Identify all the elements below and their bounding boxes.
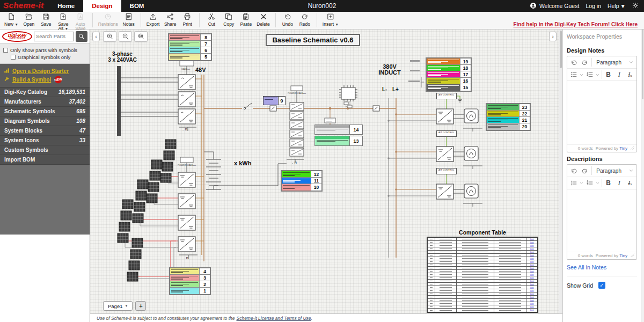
help-menu[interactable]: Help▼ [608,3,626,9]
inverter-lamp-module[interactable] [436,147,478,162]
settings-gear-icon[interactable] [632,2,639,10]
sidebar-item-import-bom[interactable]: Import BOM [0,155,90,165]
canvas-grid[interactable]: Baseline Schematic v0.6 3-phase3 x 240VA… [90,30,559,313]
toolbar-paste-button[interactable]: Paste [237,12,254,30]
toolbar-insert-button[interactable]: Insert ▼ [320,12,341,30]
italic-button[interactable]: I [614,69,625,80]
toolbar-export-button[interactable]: Export [144,12,162,30]
tiny-brand-link[interactable]: Tiny [619,253,627,258]
annotation-row-14[interactable]: 14 [314,125,363,135]
chevron-down-icon[interactable] [595,69,601,80]
kwh-label[interactable]: x kWh [234,160,251,166]
panel-scrollbar[interactable] [641,30,644,322]
n-multiplier-label[interactable]: . n [182,127,187,131]
at-control-box[interactable]: A/T CONTROL [436,130,457,137]
redo-icon[interactable] [580,57,591,68]
inverter-lamp-module[interactable] [436,184,478,199]
license-link[interactable]: Scheme-it License and Terms of Use [237,316,311,321]
annotation-box-9[interactable]: 9 [263,96,286,105]
component-link[interactable]: Link [530,277,534,279]
chevron-down-icon[interactable] [579,69,584,80]
bold-button[interactable]: B [603,69,614,80]
schematic-title[interactable]: Baseline Schematic v0.6 [266,34,360,46]
tab-bom[interactable]: BOM [121,0,153,12]
component-link[interactable]: Link [530,261,534,262]
l-minus-label[interactable]: L- [382,86,387,92]
voltage-380v-label[interactable]: 380VINDUCT [371,64,408,76]
redo-icon[interactable] [580,165,591,176]
solar-string[interactable] [127,238,143,281]
component-link[interactable]: Link [530,254,534,256]
resize-handle-icon[interactable] [630,145,635,151]
component-link[interactable]: Link [530,303,534,304]
annotation-row-13[interactable]: 13 [314,136,363,146]
zoom-in-button[interactable] [103,31,116,42]
see-all-notes-link[interactable]: See All in Notes [567,264,637,270]
solar-string[interactable] [147,160,162,203]
zoom-out-button[interactable] [119,31,132,42]
component-link[interactable]: Link [530,241,534,243]
sidebar-item-schematic-symbols[interactable]: Schematic Symbols695 [0,107,90,116]
junction-box[interactable] [325,118,335,123]
show-grid-checkbox[interactable]: ✓ [598,282,605,289]
sidebar-item-diagram-symbols[interactable]: Diagram Symbols108 [0,116,90,126]
toolbar-new-button[interactable]: New ▼ [2,12,20,30]
toolbar-save-as-button[interactable]: SaveAs ▼ [55,12,72,30]
undo-icon[interactable] [568,165,580,176]
component-link[interactable]: Link [530,293,534,295]
design-notes-textarea[interactable] [567,81,636,144]
scrollbar-thumb[interactable] [560,31,562,68]
checkbox[interactable] [11,55,16,60]
component-link[interactable]: Link [530,248,534,250]
bullet-list-icon[interactable] [568,69,579,80]
login-link[interactable]: Log in [586,3,601,9]
inverter-lamp-module[interactable] [436,109,478,124]
page-tab[interactable]: Page1▼ [103,301,133,311]
toolbar-copy-button[interactable]: Copy [220,12,237,30]
bold-button[interactable]: B [603,178,614,188]
add-page-button[interactable]: + [135,301,146,311]
n-multiplier-label[interactable]: . n [292,160,297,165]
clear-formatting-button[interactable]: Ix [625,69,635,80]
legend-table-A[interactable]: 8765 [168,33,212,61]
solar-string[interactable] [160,140,176,182]
component-link[interactable]: Link [530,274,534,275]
ic-chip-symbol[interactable] [339,85,357,101]
component-link[interactable]: Link [530,264,534,266]
component-table[interactable]: Component Table LinkLinkLinkLinkLinkLink… [427,229,538,313]
component-link[interactable]: Link [530,270,534,272]
solar-string[interactable] [118,200,133,243]
toolbar-save-button[interactable]: Save [38,12,55,30]
legend-table-E[interactable]: 4321 [169,267,211,295]
bullet-list-icon[interactable] [568,178,579,188]
at-control-box[interactable]: A/T CONTROL [436,93,457,99]
component-link[interactable]: Link [530,280,534,282]
legend-table-D[interactable]: 121110 [281,170,323,192]
legend-table-C[interactable]: 23222120 [486,103,531,131]
toolbar-delete-button[interactable]: Delete [254,12,272,30]
toolbar-share-button[interactable]: Share [162,12,179,30]
tech-forum-help-link[interactable]: Find help in the Digi-Key Tech Forum! Cl… [513,21,638,27]
component-link[interactable]: Link [530,310,534,311]
numbered-list-icon[interactable] [584,178,595,188]
at-control-box[interactable]: A/T CONTROL [436,168,457,174]
sidebar-item-digi-key-catalog[interactable]: Digi-Key Catalog16,189,531 [0,87,90,97]
scrollbar-thumb[interactable] [642,30,643,99]
component-link[interactable]: Link [530,290,534,291]
tiny-brand-link[interactable]: Tiny [619,146,627,151]
toolbar-open-button[interactable]: Open [20,12,38,30]
component-link[interactable]: Link [530,296,534,298]
tab-home[interactable]: Home [49,0,83,12]
sidebar-item-manufacturers[interactable]: Manufacturers37,402 [0,97,90,107]
clear-formatting-button[interactable]: Ix [625,178,635,188]
paragraph-style-dropdown[interactable]: Paragraph [593,168,635,174]
resize-handle-icon[interactable] [630,253,635,259]
descriptions-textarea[interactable] [567,189,636,252]
toolbar-notes-button[interactable]: Notes [120,12,137,30]
search-button[interactable] [76,31,87,42]
phase-label[interactable]: 3-phase3 x 240VAC [103,51,142,63]
sidebar-link-build-a-symbol[interactable]: Build a SymbolNEW [4,75,86,84]
l-plus-label[interactable]: L+ [392,86,399,92]
pv-converter-stack[interactable] [178,157,195,252]
battery-symbol[interactable] [206,159,221,189]
